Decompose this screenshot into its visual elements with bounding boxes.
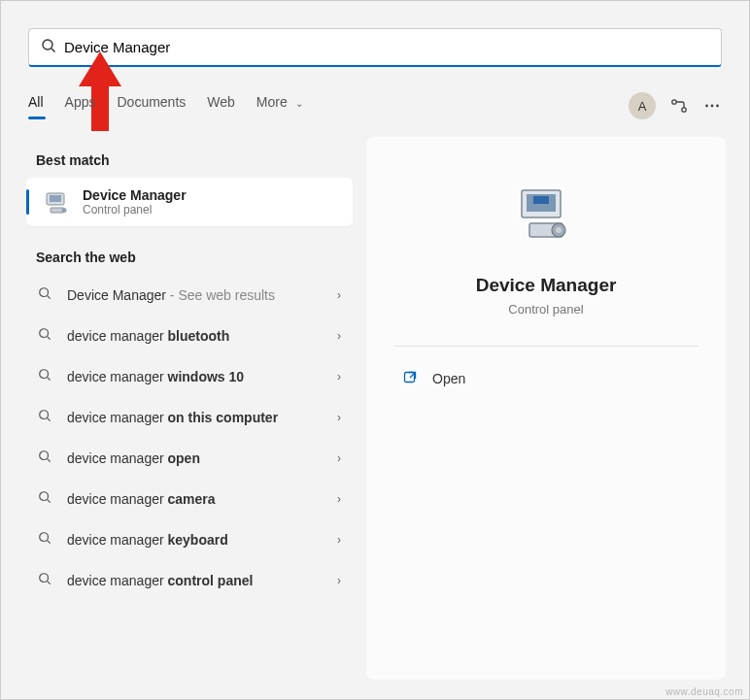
search-icon — [38, 368, 53, 385]
svg-line-19 — [48, 418, 51, 421]
svg-point-7 — [716, 105, 719, 108]
tab-web[interactable]: Web — [207, 94, 235, 117]
web-results-list: Device Manager - See web results›device … — [24, 275, 355, 601]
search-icon — [38, 327, 53, 345]
open-action[interactable]: Open — [393, 358, 699, 399]
svg-point-12 — [40, 288, 49, 297]
web-result[interactable]: device manager camera› — [24, 479, 355, 519]
web-result[interactable]: Device Manager - See web results› — [24, 275, 355, 316]
svg-rect-9 — [50, 195, 61, 202]
search-icon — [38, 450, 53, 467]
svg-line-1 — [51, 49, 55, 52]
device-manager-icon — [44, 188, 71, 216]
svg-line-17 — [48, 378, 51, 381]
svg-rect-30 — [533, 196, 549, 204]
web-result-text: device manager windows 10 — [67, 369, 337, 384]
web-result[interactable]: device manager on this computer› — [24, 397, 355, 438]
flow-icon[interactable] — [669, 96, 689, 116]
header-actions: A — [629, 92, 722, 119]
chevron-right-icon: › — [337, 411, 341, 424]
web-result[interactable]: device manager windows 10› — [24, 356, 355, 397]
tab-apps[interactable]: Apps — [65, 94, 96, 117]
web-result-text: device manager on this computer — [67, 410, 337, 425]
chevron-down-icon: ⌄ — [295, 98, 303, 109]
best-match-subtitle: Control panel — [83, 203, 187, 217]
svg-point-6 — [711, 105, 714, 108]
svg-point-20 — [40, 451, 49, 460]
svg-point-16 — [40, 370, 49, 379]
detail-device-manager-icon — [511, 182, 581, 251]
chevron-right-icon: › — [337, 288, 341, 302]
svg-line-23 — [48, 500, 51, 503]
svg-point-33 — [556, 227, 562, 233]
search-icon — [38, 286, 53, 304]
search-icon — [38, 531, 53, 549]
svg-point-11 — [62, 208, 67, 213]
svg-point-0 — [43, 40, 52, 50]
web-result[interactable]: device manager open› — [24, 438, 355, 479]
best-match-result[interactable]: Device Manager Control panel — [26, 178, 353, 226]
tab-all[interactable]: All — [28, 94, 44, 117]
results-panel: Best match Device Manager Control panel … — [24, 137, 355, 680]
web-result-text: Device Manager - See web results — [67, 287, 337, 303]
svg-point-5 — [705, 105, 708, 108]
web-result[interactable]: device manager control panel› — [24, 560, 355, 601]
tabs-row: All Apps Documents Web More ⌄ A — [28, 88, 722, 123]
web-result-text: device manager bluetooth — [67, 328, 337, 344]
svg-line-25 — [48, 541, 51, 544]
avatar[interactable]: A — [629, 92, 656, 119]
svg-line-21 — [48, 459, 51, 462]
content-columns: Best match Device Manager Control panel … — [24, 137, 726, 680]
svg-point-4 — [682, 108, 686, 112]
svg-line-27 — [48, 582, 51, 584]
search-bar[interactable] — [28, 28, 722, 67]
chevron-right-icon: › — [337, 533, 341, 547]
search-icon — [38, 490, 53, 508]
web-result[interactable]: device manager bluetooth› — [24, 316, 355, 356]
detail-subtitle: Control panel — [508, 302, 583, 317]
search-input[interactable] — [64, 39, 709, 55]
web-result-text: device manager open — [67, 450, 337, 466]
svg-line-15 — [48, 337, 51, 340]
more-icon[interactable] — [702, 96, 722, 116]
tabs: All Apps Documents Web More ⌄ — [28, 94, 303, 117]
search-web-header: Search the web — [24, 234, 355, 275]
search-icon — [38, 572, 53, 589]
watermark: www.deuaq.com — [665, 686, 743, 697]
detail-divider — [393, 346, 699, 347]
svg-point-26 — [40, 574, 49, 583]
search-icon — [38, 409, 53, 426]
best-match-header: Best match — [24, 137, 355, 178]
web-result-text: device manager camera — [67, 491, 337, 507]
svg-line-13 — [48, 296, 51, 299]
chevron-right-icon: › — [337, 370, 341, 383]
web-result-text: device manager keyboard — [67, 532, 337, 548]
svg-point-3 — [672, 100, 676, 104]
best-match-title: Device Manager — [83, 187, 187, 203]
svg-point-14 — [40, 329, 49, 338]
svg-point-24 — [40, 533, 49, 542]
chevron-right-icon: › — [337, 451, 341, 465]
open-icon — [401, 370, 419, 387]
tab-documents[interactable]: Documents — [117, 94, 186, 117]
chevron-right-icon: › — [337, 492, 341, 506]
detail-title: Device Manager — [476, 275, 617, 296]
open-label: Open — [432, 371, 465, 386]
svg-rect-34 — [404, 373, 414, 383]
web-result[interactable]: device manager keyboard› — [24, 519, 355, 560]
chevron-right-icon: › — [337, 329, 341, 343]
web-result-text: device manager control panel — [67, 573, 337, 588]
svg-point-18 — [40, 411, 49, 419]
tab-more[interactable]: More ⌄ — [256, 94, 303, 117]
chevron-right-icon: › — [337, 574, 341, 587]
search-icon — [41, 38, 56, 57]
svg-point-22 — [40, 492, 49, 501]
detail-panel: Device Manager Control panel Open — [366, 137, 726, 680]
